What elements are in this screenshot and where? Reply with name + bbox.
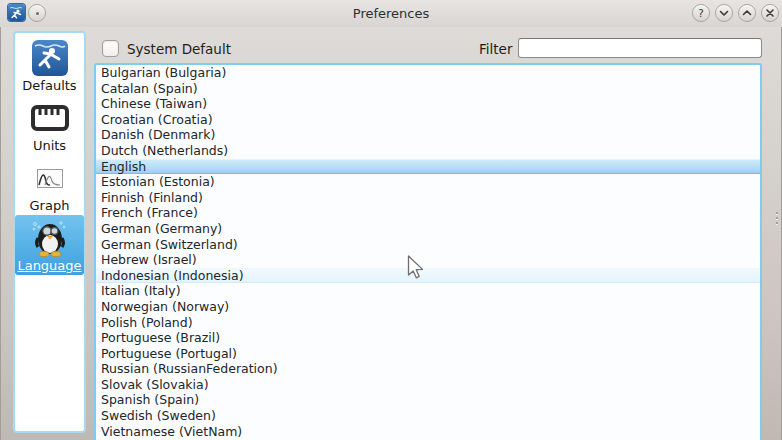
sidebar-item-label: Graph xyxy=(30,198,70,213)
language-list-item[interactable]: Slovak (Slovakia) xyxy=(96,377,760,393)
filter-input[interactable] xyxy=(518,38,762,58)
sidebar-item-defaults[interactable]: Defaults xyxy=(15,35,84,95)
shade-up-button[interactable] xyxy=(738,4,756,22)
sidebar-item-language[interactable]: Language xyxy=(15,215,84,275)
sidebar-item-label: Defaults xyxy=(22,78,76,93)
shade-down-button[interactable] xyxy=(715,4,733,22)
graph-icon xyxy=(37,169,63,188)
filter-label: Filter xyxy=(479,41,512,57)
penguin-icon xyxy=(27,218,73,258)
language-list-item[interactable]: Catalan (Spain) xyxy=(96,81,760,97)
language-list-item[interactable]: Spanish (Spain) xyxy=(96,392,760,408)
language-list-item[interactable]: Swedish (Sweden) xyxy=(96,408,760,424)
language-list-item[interactable]: Croatian (Croatia) xyxy=(96,112,760,128)
language-list-item[interactable]: Hebrew (Israel) xyxy=(96,252,760,268)
help-button[interactable]: ? xyxy=(692,4,710,22)
language-list-item[interactable]: Portuguese (Portugal) xyxy=(96,346,760,362)
language-list-item[interactable]: Dutch (Netherlands) xyxy=(96,143,760,159)
preferences-sidebar: Defaults Units Graph xyxy=(13,31,86,433)
language-list-item[interactable]: Vietnamese (VietNam) xyxy=(96,424,760,440)
help-icon: ? xyxy=(698,7,704,20)
language-list-item[interactable]: Italian (Italy) xyxy=(96,283,760,299)
sidebar-item-label: Language xyxy=(17,258,81,273)
language-list-item[interactable]: Danish (Denmark) xyxy=(96,127,760,143)
language-list-item[interactable]: Norwegian (Norway) xyxy=(96,299,760,315)
system-default-label: System Default xyxy=(127,41,231,57)
ruler-icon xyxy=(30,103,70,133)
close-button[interactable] xyxy=(761,4,779,22)
language-list-item[interactable]: Estonian (Estonia) xyxy=(96,174,760,190)
language-list-item[interactable]: Portuguese (Brazil) xyxy=(96,330,760,346)
language-list-item[interactable]: Polish (Poland) xyxy=(96,315,760,331)
chevron-down-icon xyxy=(718,7,730,19)
language-list-item[interactable]: Bulgarian (Bulgaria) xyxy=(96,65,760,81)
language-list-item[interactable]: Finnish (Finland) xyxy=(96,190,760,206)
language-list-item[interactable]: Chinese (Taiwan) xyxy=(96,96,760,112)
diver-icon xyxy=(30,38,70,78)
sidebar-item-graph[interactable]: Graph xyxy=(15,155,84,215)
language-list-item[interactable]: German (Germany) xyxy=(96,221,760,237)
language-list[interactable]: Bulgarian (Bulgaria)Catalan (Spain)Chine… xyxy=(94,63,762,440)
language-list-item[interactable]: French (France) xyxy=(96,205,760,221)
language-list-item[interactable]: German (Switzerland) xyxy=(96,237,760,253)
chevron-up-icon xyxy=(741,7,753,19)
sidebar-item-units[interactable]: Units xyxy=(15,95,84,155)
language-list-item[interactable]: Indonesian (Indonesia) xyxy=(96,268,760,284)
window-title: Preferences xyxy=(0,6,782,21)
close-icon xyxy=(764,7,776,19)
resize-grip[interactable] xyxy=(774,212,779,228)
sidebar-item-label: Units xyxy=(33,138,66,153)
language-list-item[interactable]: Russian (RussianFederation) xyxy=(96,361,760,377)
system-default-checkbox[interactable] xyxy=(102,40,119,57)
language-list-item[interactable]: English xyxy=(96,159,760,175)
titlebar[interactable]: Preferences ? xyxy=(0,0,782,27)
preferences-window: { "window": { "title": "Preferences" }, … xyxy=(0,0,782,440)
